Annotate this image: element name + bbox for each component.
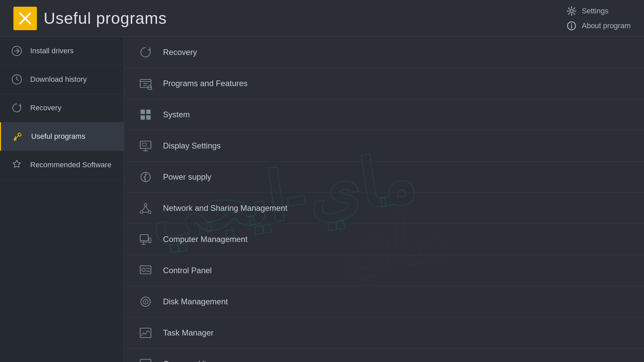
menu-system-icon — [138, 107, 154, 123]
svg-point-25 — [148, 211, 151, 214]
about-button[interactable]: About program — [566, 20, 631, 32]
sidebar-item-recommended-software[interactable]: Recommended Software — [0, 151, 124, 179]
sidebar-item-install-drivers[interactable]: Install drivers — [0, 37, 124, 65]
menu-label-display-settings: Display Settings — [163, 141, 221, 150]
wrench-x-icon — [17, 10, 34, 27]
sidebar-label-install-drivers: Install drivers — [30, 47, 74, 55]
layout: Install drivers Download history Recover… — [0, 37, 644, 362]
info-icon — [566, 20, 578, 32]
svg-line-27 — [146, 206, 149, 211]
menu-disk-icon — [138, 294, 154, 310]
svg-point-24 — [140, 211, 143, 214]
svg-rect-41 — [140, 328, 151, 338]
svg-rect-29 — [140, 235, 148, 241]
menu-label-system: System — [163, 110, 190, 119]
recovery-icon — [10, 101, 23, 115]
driver-icon — [10, 44, 23, 58]
svg-rect-21 — [142, 143, 146, 146]
clock-icon — [10, 73, 23, 86]
menu-item-computer-management[interactable]: Computer Management — [124, 224, 644, 255]
svg-rect-42 — [140, 359, 151, 362]
menu-item-system[interactable]: System — [124, 99, 644, 130]
app-title: Useful programs — [44, 9, 167, 27]
menu-computer-icon — [138, 231, 154, 247]
svg-rect-17 — [146, 115, 151, 120]
sidebar-label-recommended-software: Recommended Software — [30, 161, 111, 169]
svg-rect-15 — [146, 110, 151, 114]
menu-cmd-icon — [138, 356, 154, 362]
settings-button[interactable]: Settings — [566, 5, 608, 17]
tools-icon — [11, 130, 24, 143]
svg-rect-30 — [149, 238, 151, 243]
menu-item-task-manager[interactable]: Task Manager — [124, 317, 644, 349]
sidebar-item-useful-programs[interactable]: Useful programs — [0, 122, 124, 151]
svg-point-23 — [144, 203, 147, 206]
settings-label: Settings — [582, 7, 608, 15]
svg-rect-16 — [141, 115, 145, 120]
menu-item-display-settings[interactable]: Display Settings — [124, 130, 644, 162]
menu-item-control-panel[interactable]: Control Panel — [124, 255, 644, 286]
svg-point-5 — [571, 23, 572, 24]
menu-label-task-manager: Task Manager — [163, 328, 214, 338]
menu-network-icon — [138, 200, 154, 216]
menu-label-command-line: Command line — [163, 359, 215, 362]
sidebar-label-recovery: Recovery — [30, 104, 61, 112]
svg-point-2 — [570, 9, 573, 13]
sidebar-label-download-history: Download history — [30, 75, 87, 84]
svg-line-13 — [151, 89, 152, 90]
menu-control-icon — [138, 262, 154, 279]
settings-icon — [566, 5, 578, 17]
menu-recovery-icon — [138, 44, 154, 60]
menu-list: Recovery Programs and Features — [124, 37, 644, 362]
sidebar-item-download-history[interactable]: Download history — [0, 65, 124, 94]
recommended-icon — [10, 158, 23, 172]
menu-item-programs-features[interactable]: Programs and Features — [124, 68, 644, 99]
menu-item-recovery[interactable]: Recovery — [124, 37, 644, 68]
menu-label-disk-management: Disk Management — [163, 297, 228, 306]
menu-item-disk-management[interactable]: Disk Management — [124, 286, 644, 317]
menu-item-command-line[interactable]: Command line — [124, 349, 644, 362]
header: Useful programs Settings About program — [0, 0, 644, 37]
svg-point-40 — [145, 301, 146, 302]
about-label: About program — [582, 21, 631, 30]
header-left: Useful programs — [13, 7, 167, 30]
menu-programs-icon — [138, 75, 154, 92]
menu-item-power-supply[interactable]: Power supply — [124, 162, 644, 193]
menu-display-icon — [138, 138, 154, 154]
menu-label-computer-management: Computer Management — [163, 235, 248, 244]
menu-item-network-sharing[interactable]: Network and Sharing Management — [124, 193, 644, 224]
menu-label-network-sharing: Network and Sharing Management — [163, 203, 287, 213]
menu-label-control-panel: Control Panel — [163, 266, 212, 275]
sidebar-item-recovery[interactable]: Recovery — [0, 94, 124, 122]
main-content: ماي-ايجي ماي Recovery — [124, 37, 644, 362]
menu-label-power-supply: Power supply — [163, 172, 211, 182]
svg-line-26 — [142, 206, 146, 211]
menu-power-icon — [138, 169, 154, 185]
menu-label-recovery: Recovery — [163, 48, 197, 57]
sidebar-label-useful-programs: Useful programs — [31, 132, 85, 141]
app-logo — [13, 7, 37, 30]
svg-rect-14 — [141, 110, 145, 114]
sidebar: Install drivers Download history Recover… — [0, 37, 124, 362]
menu-task-icon — [138, 325, 154, 341]
svg-rect-18 — [140, 141, 151, 148]
header-actions: Settings About program — [566, 5, 631, 32]
svg-point-35 — [142, 268, 145, 272]
menu-label-programs-features: Programs and Features — [163, 79, 248, 88]
